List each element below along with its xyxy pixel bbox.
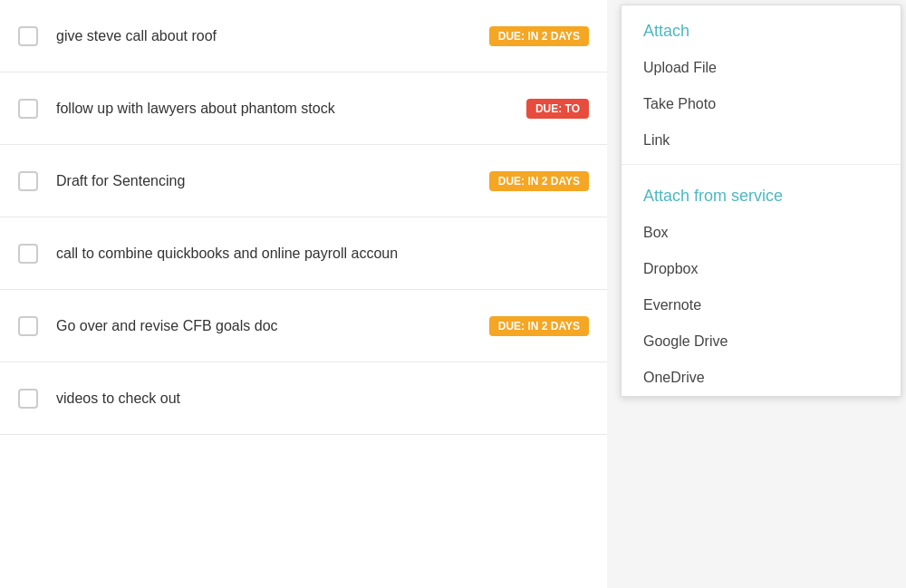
evernote-item[interactable]: Evernote <box>622 287 901 323</box>
due-badge: DUE: IN 2 DAYS <box>489 171 589 191</box>
google-drive-item[interactable]: Google Drive <box>622 323 901 360</box>
task-text: Draft for Sentencing <box>56 173 478 189</box>
due-badge: DUE: TO <box>526 99 589 119</box>
task-text: give steve call about roof <box>56 28 478 44</box>
attach-from-service-header: Attach from service <box>622 170 901 215</box>
task-item: follow up with lawyers about phantom sto… <box>0 72 607 145</box>
box-item[interactable]: Box <box>622 215 901 251</box>
task-list: give steve call about roofDUE: IN 2 DAYS… <box>0 0 607 588</box>
task-checkbox[interactable] <box>18 316 38 336</box>
onedrive-item[interactable]: OneDrive <box>622 360 901 396</box>
task-text: follow up with lawyers about phantom sto… <box>56 101 516 117</box>
attach-dropdown: Attach Upload File Take Photo Link Attac… <box>621 5 901 397</box>
divider <box>622 164 901 165</box>
task-item: Draft for SentencingDUE: IN 2 DAYS <box>0 145 607 217</box>
attach-header: Attach <box>622 5 901 50</box>
task-item: Go over and revise CFB goals docDUE: IN … <box>0 290 607 362</box>
dropbox-item[interactable]: Dropbox <box>622 251 901 287</box>
task-checkbox[interactable] <box>18 99 38 119</box>
take-photo-item[interactable]: Take Photo <box>622 86 901 122</box>
task-text: call to combine quickbooks and online pa… <box>56 246 589 262</box>
task-text: Go over and revise CFB goals doc <box>56 318 478 334</box>
due-badge: DUE: IN 2 DAYS <box>489 26 589 46</box>
task-item: videos to check out <box>0 362 607 435</box>
due-badge: DUE: IN 2 DAYS <box>489 316 589 336</box>
task-checkbox[interactable] <box>18 244 38 264</box>
task-checkbox[interactable] <box>18 26 38 46</box>
task-checkbox[interactable] <box>18 171 38 191</box>
task-item: call to combine quickbooks and online pa… <box>0 217 607 290</box>
task-item: give steve call about roofDUE: IN 2 DAYS <box>0 0 607 72</box>
link-item[interactable]: Link <box>622 122 901 159</box>
upload-file-item[interactable]: Upload File <box>622 50 901 86</box>
task-checkbox[interactable] <box>18 389 38 409</box>
task-text: videos to check out <box>56 390 589 407</box>
